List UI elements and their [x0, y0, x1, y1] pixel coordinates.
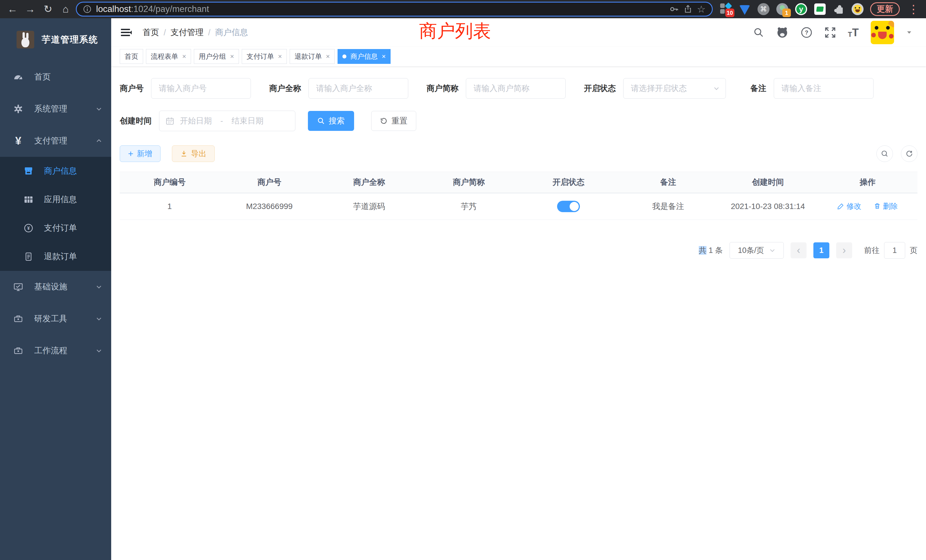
close-icon[interactable]: × [182, 53, 186, 60]
navbar-actions: ? TT [753, 21, 912, 44]
browser-menu-icon[interactable]: ⋮ [906, 3, 921, 15]
breadcrumb-pay[interactable]: 支付管理 [171, 27, 204, 38]
edit-link[interactable]: 修改 [837, 201, 861, 211]
profile-extension-icon[interactable]: 1 [776, 3, 788, 15]
back-icon[interactable]: ← [5, 2, 20, 17]
sidebar-fold-icon[interactable] [120, 26, 133, 39]
breadcrumb-current: 商户信息 [215, 27, 248, 38]
page-size-select[interactable]: 10条/页 [729, 242, 784, 259]
next-page-button[interactable]: › [836, 242, 852, 258]
sidebar-item-dev-tools[interactable]: 研发工具 [0, 303, 111, 335]
briefcase-icon [12, 345, 24, 356]
status-toggle[interactable] [557, 201, 580, 212]
pagination: 共 1 条 10条/页 ‹ 1 › 前往 页 [120, 242, 917, 259]
site-info-icon[interactable] [83, 5, 92, 14]
extensions-puzzle-icon[interactable] [832, 3, 845, 15]
font-size-icon[interactable]: TT [848, 27, 859, 38]
tag-home[interactable]: 首页 [120, 49, 143, 64]
col-remark: 备注 [618, 172, 718, 193]
address-bar[interactable]: localhost:1024/pay/merchant ☆ [76, 2, 713, 17]
share-icon[interactable] [683, 5, 693, 14]
kite-extension-icon[interactable] [738, 3, 751, 15]
tag-user-group[interactable]: 用户分组× [194, 49, 239, 64]
table-row: 1 M233666999 芋道源码 芋艿 我是备注 2021-10-23 08:… [120, 193, 917, 220]
remark-input[interactable] [774, 78, 873, 98]
tag-merchant-info[interactable]: 商户信息× [337, 49, 390, 64]
delete-link[interactable]: 删除 [874, 201, 898, 211]
sidebar-item-refund-order[interactable]: 退款订单 [0, 242, 111, 271]
date-range-picker[interactable]: 开始日期 - 结束日期 [159, 110, 295, 131]
current-page-button[interactable]: 1 [813, 242, 829, 258]
help-icon[interactable]: ? [800, 27, 813, 38]
prev-page-button[interactable]: ‹ [791, 242, 806, 258]
reset-button[interactable]: 重置 [371, 111, 416, 131]
sidebar-item-workflow[interactable]: 工作流程 [0, 335, 111, 367]
sidebar-item-pay-order[interactable]: ¥ 支付订单 [0, 214, 111, 242]
key-icon[interactable] [669, 4, 679, 14]
active-dot [342, 54, 346, 59]
col-created-time: 创建时间 [718, 172, 818, 193]
breadcrumb-home[interactable]: 首页 [142, 27, 159, 38]
add-button[interactable]: + 新增 [120, 145, 160, 162]
cell-actions: 修改 删除 [818, 193, 917, 220]
plus-icon: + [128, 149, 133, 158]
chat-extension-icon[interactable] [814, 3, 826, 15]
navbar: 首页 / 支付管理 / 商户信息 商户列表 ? [111, 18, 926, 47]
yudao-extension-icon[interactable]: y [795, 3, 807, 15]
refresh-table-button[interactable] [901, 145, 917, 162]
user-avatar[interactable] [871, 21, 894, 44]
close-icon[interactable]: × [326, 53, 330, 60]
url-text[interactable]: localhost:1024/pay/merchant [96, 4, 664, 14]
chevron-up-icon [95, 137, 103, 145]
browser-profile-avatar[interactable] [851, 3, 864, 15]
short-name-label: 商户简称 [427, 83, 458, 94]
tag-flow-form[interactable]: 流程表单× [146, 49, 191, 64]
caret-down-icon[interactable] [906, 29, 912, 36]
filter-row-1: 商户号 商户全称 商户简称 开启状态 请选择开启状态 [120, 78, 917, 98]
full-name-input[interactable] [309, 78, 408, 98]
forward-icon[interactable]: → [23, 2, 38, 17]
tag-pay-order[interactable]: 支付订单× [242, 49, 287, 64]
close-icon[interactable]: × [382, 53, 386, 60]
sidebar-item-app-info[interactable]: 应用信息 [0, 185, 111, 214]
chevron-down-icon [95, 315, 103, 322]
shop-icon [23, 166, 34, 176]
export-button[interactable]: 导出 [172, 145, 215, 162]
github-icon[interactable] [776, 26, 788, 39]
tags-view: 首页 流程表单× 用户分组× 支付订单× 退款订单× 商户信息× [111, 47, 926, 66]
browser-update-button[interactable]: 更新 [870, 2, 900, 16]
reload-icon[interactable]: ↻ [41, 2, 55, 17]
table-header-row: 商户编号 商户号 商户全称 商户简称 开启状态 备注 创建时间 操作 [120, 172, 917, 193]
search-button[interactable]: 搜索 [308, 111, 354, 131]
status-select[interactable]: 请选择开启状态 [623, 78, 726, 98]
trash-icon [874, 203, 881, 210]
pay-submenu: 商户信息 应用信息 ¥ 支付订单 [0, 157, 111, 271]
command-extension-icon[interactable]: ⌘ [757, 3, 770, 15]
toggle-search-button[interactable] [876, 145, 893, 162]
search-icon[interactable] [753, 27, 764, 38]
sidebar-logo[interactable]: 芋道管理系统 [0, 18, 111, 61]
extension-grid-icon[interactable]: 10 [720, 3, 732, 15]
tag-refund-order[interactable]: 退款订单× [290, 49, 335, 64]
sidebar-item-infra[interactable]: 基础设施 [0, 271, 111, 303]
fullscreen-icon[interactable] [825, 27, 836, 38]
merchant-no-input[interactable] [151, 78, 251, 98]
toolbox-icon [12, 314, 24, 324]
close-icon[interactable]: × [278, 53, 282, 60]
pencil-icon [837, 203, 844, 210]
sidebar-item-system[interactable]: 系统管理 [0, 93, 111, 125]
status-label: 开启状态 [584, 83, 616, 94]
short-name-input[interactable] [466, 78, 566, 98]
home-icon[interactable]: ⌂ [58, 2, 73, 17]
bookmark-star-icon[interactable]: ☆ [697, 3, 706, 15]
close-icon[interactable]: × [230, 53, 234, 60]
chevron-down-icon [713, 85, 720, 92]
remark-label: 备注 [750, 83, 766, 94]
chevron-down-icon [95, 283, 103, 291]
sidebar-item-pay[interactable]: ¥ 支付管理 [0, 125, 111, 157]
sidebar-item-merchant-info[interactable]: 商户信息 [0, 157, 111, 185]
merchant-no-label: 商户号 [120, 83, 144, 94]
created-time-label: 创建时间 [120, 115, 152, 126]
goto-page-input[interactable] [884, 242, 905, 259]
sidebar-item-home[interactable]: 首页 [0, 61, 111, 93]
